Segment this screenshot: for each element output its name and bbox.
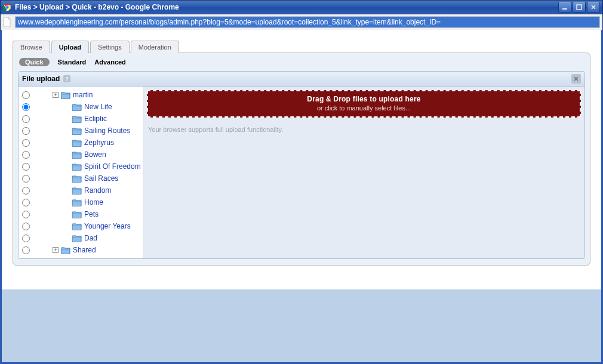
window-minimize-button[interactable] (558, 2, 571, 13)
address-bar (0, 14, 603, 30)
folder-icon (72, 139, 82, 147)
upload-support-note: Your browser supports full upload functi… (148, 126, 581, 133)
expand-icon[interactable]: + (53, 247, 59, 253)
subtab-standard[interactable]: Standard (58, 58, 87, 66)
tree-item-label[interactable]: Spirit Of Freedom (84, 162, 141, 171)
tree-item-label[interactable]: Shared (73, 246, 96, 254)
tab-moderation[interactable]: Moderation (131, 41, 179, 53)
tree-row: Sailing Routes (20, 125, 141, 137)
folder-icon (72, 103, 82, 111)
subtab-quick[interactable]: Quick (19, 58, 50, 66)
window-close-button[interactable] (587, 2, 600, 13)
tree-row: +martin (20, 89, 141, 101)
folder-icon (72, 211, 82, 218)
svg-rect-5 (577, 5, 582, 10)
help-icon[interactable]: ? (63, 75, 70, 82)
upload-panel-wrap: Quick Standard Advanced File upload ? (13, 53, 590, 266)
tree-row: Sail Races (20, 172, 141, 184)
tree-row: New Life (20, 101, 141, 113)
folder-icon (72, 223, 82, 230)
tree-row: Ecliptic (20, 113, 141, 125)
tree-row: Pets (20, 208, 141, 220)
tree-radio[interactable] (22, 211, 30, 218)
tree-row: Spirit Of Freedom (20, 161, 141, 172)
tree-row: Random (20, 184, 141, 196)
tree-item-label[interactable]: Younger Years (84, 222, 131, 230)
tree-row: Dad (20, 232, 141, 244)
tab-browse[interactable]: Browse (13, 41, 50, 53)
page-content: Browse Upload Settings Moderation Quick … (2, 30, 601, 289)
tree-item-label[interactable]: Bowen (84, 150, 106, 159)
tree-radio[interactable] (22, 223, 30, 230)
tree-radio[interactable] (22, 115, 30, 123)
tree-item-label[interactable]: Dad (84, 234, 97, 242)
dropzone-subtitle: or click to manually select files... (150, 104, 577, 112)
folder-icon (72, 187, 82, 195)
tree-item-label[interactable]: New Life (84, 103, 112, 111)
sub-tabs: Quick Standard Advanced (19, 58, 585, 66)
tree-radio[interactable] (22, 187, 30, 195)
folder-icon (72, 175, 82, 183)
panel-header: File upload ? (19, 72, 584, 87)
dropzone-title: Drag & Drop files to upload here (150, 95, 577, 103)
tree-radio[interactable] (22, 235, 30, 242)
panel-title: File upload (22, 75, 60, 83)
main-tabs: Browse Upload Settings Moderation (13, 41, 590, 53)
window-maximize-button[interactable] (573, 2, 586, 13)
folder-tree: +martinNew LifeEclipticSailing RoutesZep… (19, 87, 143, 258)
window-titlebar: Files > Upload > Quick - b2evo - Google … (0, 0, 603, 14)
tree-radio[interactable] (22, 163, 30, 171)
tree-item-label[interactable]: Sail Races (84, 174, 118, 183)
tree-item-label[interactable]: Random (84, 186, 111, 195)
tree-row: +Shared (20, 244, 141, 256)
tree-radio[interactable] (22, 91, 30, 99)
tree-row: Zephyrus (20, 137, 141, 149)
folder-icon (72, 127, 82, 135)
file-upload-panel: File upload ? +martinNew LifeEclipticSai… (18, 71, 585, 259)
tree-radio[interactable] (22, 151, 30, 159)
subtab-advanced[interactable]: Advanced (94, 58, 126, 66)
tree-row: Bowen (20, 149, 141, 161)
tree-item-label[interactable]: Sailing Routes (84, 127, 130, 135)
tree-item-label[interactable]: Zephyrus (84, 138, 114, 147)
tree-item-label[interactable]: Ecliptic (84, 115, 107, 123)
tree-item-label[interactable]: martin (73, 91, 93, 99)
tree-radio[interactable] (22, 246, 30, 254)
svg-point-3 (6, 6, 8, 8)
tree-radio[interactable] (22, 175, 30, 183)
tab-settings[interactable]: Settings (90, 41, 130, 53)
tree-item-label[interactable]: Pets (84, 210, 99, 218)
tree-radio[interactable] (22, 139, 30, 147)
tree-radio[interactable] (22, 127, 30, 135)
svg-text:?: ? (66, 76, 69, 82)
tab-upload[interactable]: Upload (51, 41, 89, 53)
folder-icon (72, 151, 82, 159)
expand-icon[interactable]: + (53, 92, 59, 98)
upload-area: Drag & Drop files to upload here or clic… (143, 87, 584, 258)
folder-icon (72, 199, 82, 206)
window-title: Files > Upload > Quick - b2evo - Google … (15, 3, 179, 11)
folder-icon (72, 115, 82, 123)
client-area: Browse Upload Settings Moderation Quick … (0, 30, 603, 364)
page-icon (3, 17, 11, 27)
address-input[interactable] (15, 16, 600, 28)
tree-row: Younger Years (20, 220, 141, 232)
chrome-icon (3, 3, 11, 11)
folder-icon (61, 91, 70, 99)
tree-radio[interactable] (22, 103, 30, 111)
tree-radio[interactable] (22, 199, 30, 206)
dropzone[interactable]: Drag & Drop files to upload here or clic… (147, 90, 581, 118)
folder-icon (72, 235, 82, 242)
folder-icon (72, 163, 82, 171)
svg-rect-4 (562, 8, 567, 10)
tree-row: Home (20, 196, 141, 208)
tree-item-label[interactable]: Home (84, 198, 103, 206)
panel-close-button[interactable] (571, 74, 581, 84)
folder-icon (61, 246, 70, 254)
